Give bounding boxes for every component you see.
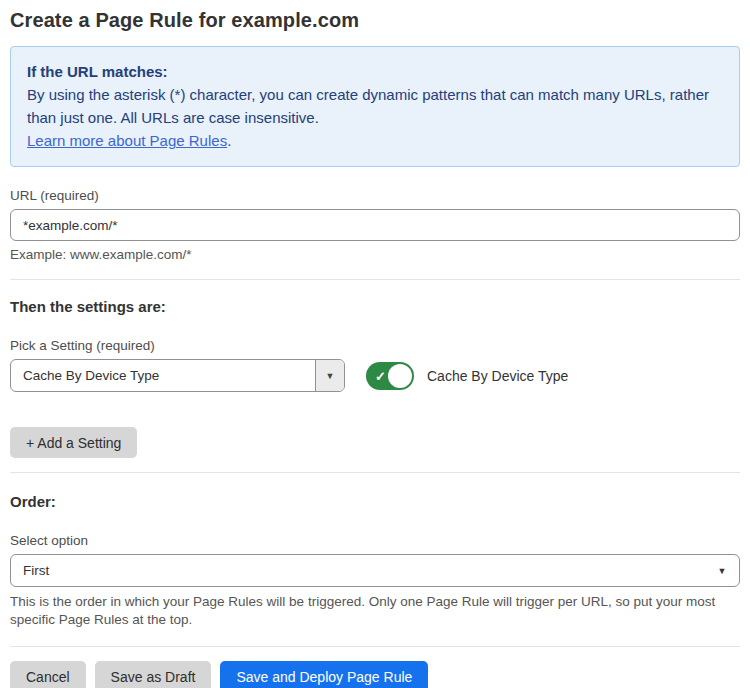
setting-toggle-label: Cache By Device Type (427, 368, 568, 384)
create-page-rule-form: Create a Page Rule for example.com If th… (0, 0, 750, 688)
form-actions: Cancel Save as Draft Save and Deploy Pag… (10, 661, 740, 688)
setting-toggle[interactable]: ✓ (366, 362, 414, 390)
order-select-label: Select option (10, 533, 740, 548)
url-example-helper: Example: www.example.com/* (10, 247, 740, 262)
info-box-body: By using the asterisk (*) character, you… (27, 83, 723, 129)
setting-select[interactable]: Cache By Device Type ▼ (10, 359, 345, 392)
divider-after-url (10, 279, 740, 280)
info-box-link-line: Learn more about Page Rules. (27, 129, 723, 152)
order-select-value: First (11, 555, 705, 586)
page-title: Create a Page Rule for example.com (10, 0, 740, 32)
learn-more-link[interactable]: Learn more about Page Rules (27, 132, 227, 149)
add-setting-button[interactable]: + Add a Setting (10, 427, 137, 458)
order-helper-text: This is the order in which your Page Rul… (10, 593, 740, 629)
link-suffix: . (227, 132, 231, 149)
toggle-knob (388, 364, 412, 388)
save-deploy-button[interactable]: Save and Deploy Page Rule (220, 661, 428, 688)
url-field-label: URL (required) (10, 188, 740, 203)
chevron-down-icon: ▼ (315, 360, 344, 391)
divider-after-settings (10, 472, 740, 473)
setting-row: Cache By Device Type ▼ ✓ Cache By Device… (10, 359, 740, 392)
chevron-down-icon: ▼ (705, 555, 739, 586)
save-draft-button[interactable]: Save as Draft (95, 661, 212, 688)
url-match-info-box: If the URL matches: By using the asteris… (10, 46, 740, 167)
cancel-button[interactable]: Cancel (10, 661, 86, 688)
info-box-heading: If the URL matches: (27, 60, 723, 83)
check-icon: ✓ (375, 369, 386, 382)
order-select[interactable]: First ▼ (10, 554, 740, 587)
divider-footer (10, 646, 740, 647)
order-section-heading: Order: (10, 493, 740, 510)
settings-section-heading: Then the settings are: (10, 298, 740, 315)
pick-setting-label: Pick a Setting (required) (10, 338, 740, 353)
url-input[interactable] (10, 209, 740, 241)
setting-select-value: Cache By Device Type (11, 360, 315, 391)
